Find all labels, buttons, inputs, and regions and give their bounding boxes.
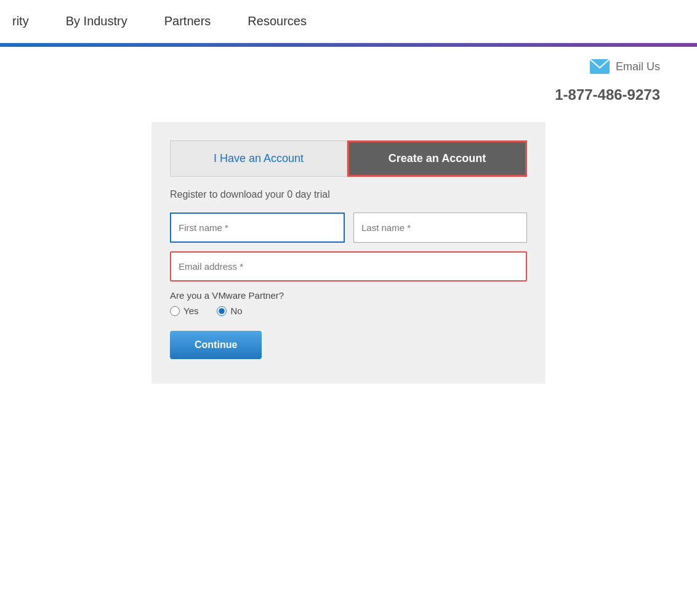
email-us-label[interactable]: Email Us	[616, 60, 660, 73]
form-subtitle: Register to download your 0 day trial	[170, 189, 527, 200]
radio-row: Yes No	[170, 306, 527, 316]
radio-no-label[interactable]: No	[217, 306, 242, 316]
yes-label-text: Yes	[183, 306, 198, 316]
email-us-row: Email Us	[590, 59, 660, 74]
nav-item-resources[interactable]: Resources	[248, 14, 307, 28]
email-field-wrap	[170, 251, 527, 282]
continue-button[interactable]: Continue	[170, 331, 262, 359]
radio-no[interactable]	[217, 306, 227, 316]
phone-number: 1-877-486-9273	[555, 86, 660, 103]
form-card: I Have an Account Create an Account Regi…	[151, 122, 546, 384]
nav-item-rity[interactable]: rity	[12, 14, 29, 28]
name-fields-row	[170, 213, 527, 243]
tab-row: I Have an Account Create an Account	[170, 140, 527, 177]
no-label-text: No	[230, 306, 242, 316]
contact-section: Email Us 1-877-486-9273	[0, 47, 697, 122]
radio-yes-label[interactable]: Yes	[170, 306, 198, 316]
radio-yes[interactable]	[170, 306, 180, 316]
partner-section: Are you a VMware Partner? Yes No	[170, 290, 527, 316]
first-name-input[interactable]	[170, 213, 345, 243]
last-name-input[interactable]	[353, 213, 527, 243]
nav-item-byindustry[interactable]: By Industry	[66, 14, 127, 28]
nav-item-partners[interactable]: Partners	[164, 14, 211, 28]
email-input[interactable]	[171, 253, 526, 280]
navigation: rity By Industry Partners Resources	[0, 0, 697, 43]
tab-login[interactable]: I Have an Account	[170, 140, 347, 177]
partner-question-label: Are you a VMware Partner?	[170, 290, 527, 301]
email-icon	[590, 59, 610, 74]
tab-create[interactable]: Create an Account	[347, 140, 527, 177]
